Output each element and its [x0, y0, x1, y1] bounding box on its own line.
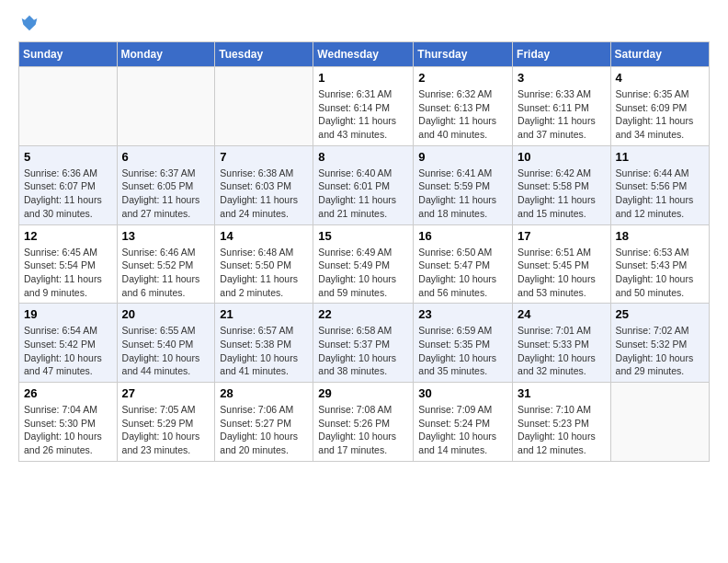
weekday-header: Sunday: [19, 42, 118, 67]
calendar-cell: 13Sunrise: 6:46 AM Sunset: 5:52 PM Dayli…: [117, 224, 215, 304]
day-number: 31: [518, 386, 606, 400]
day-info: Sunrise: 6:31 AM Sunset: 6:14 PM Dayligh…: [318, 87, 408, 142]
calendar-cell: 19Sunrise: 6:54 AM Sunset: 5:42 PM Dayli…: [19, 304, 118, 383]
calendar-cell: 28Sunrise: 7:06 AM Sunset: 5:27 PM Dayli…: [215, 383, 313, 462]
weekday-header: Tuesday: [215, 42, 313, 67]
day-number: 7: [220, 150, 308, 164]
day-info: Sunrise: 7:04 AM Sunset: 5:30 PM Dayligh…: [24, 403, 112, 457]
day-info: Sunrise: 7:08 AM Sunset: 5:26 PM Dayligh…: [318, 403, 408, 457]
day-info: Sunrise: 6:57 AM Sunset: 5:38 PM Dayligh…: [220, 324, 308, 378]
day-info: Sunrise: 6:40 AM Sunset: 6:01 PM Dayligh…: [318, 167, 408, 221]
calendar-cell: [610, 383, 709, 462]
day-number: 14: [220, 229, 308, 243]
day-number: 1: [318, 71, 408, 85]
day-info: Sunrise: 7:06 AM Sunset: 5:27 PM Dayligh…: [220, 403, 308, 457]
day-info: Sunrise: 6:36 AM Sunset: 6:07 PM Dayligh…: [24, 167, 112, 221]
calendar-cell: 9Sunrise: 6:41 AM Sunset: 5:59 PM Daylig…: [414, 145, 513, 224]
calendar-cell: 8Sunrise: 6:40 AM Sunset: 6:01 PM Daylig…: [313, 145, 414, 224]
weekday-header: Thursday: [414, 42, 513, 67]
calendar-week-row: 1Sunrise: 6:31 AM Sunset: 6:14 PM Daylig…: [19, 67, 710, 146]
calendar-cell: 24Sunrise: 7:01 AM Sunset: 5:33 PM Dayli…: [513, 304, 611, 383]
calendar-cell: 5Sunrise: 6:36 AM Sunset: 6:07 PM Daylig…: [19, 145, 118, 224]
day-number: 9: [418, 150, 507, 164]
day-info: Sunrise: 7:01 AM Sunset: 5:33 PM Dayligh…: [518, 324, 606, 378]
day-info: Sunrise: 6:41 AM Sunset: 5:59 PM Dayligh…: [418, 167, 507, 221]
calendar-cell: 12Sunrise: 6:45 AM Sunset: 5:54 PM Dayli…: [19, 224, 118, 304]
day-number: 11: [616, 150, 704, 164]
day-number: 12: [24, 229, 112, 243]
day-info: Sunrise: 6:45 AM Sunset: 5:54 PM Dayligh…: [24, 246, 112, 300]
day-number: 29: [318, 386, 408, 400]
calendar-cell: 4Sunrise: 6:35 AM Sunset: 6:09 PM Daylig…: [610, 67, 709, 146]
day-info: Sunrise: 7:09 AM Sunset: 5:24 PM Dayligh…: [418, 403, 507, 457]
calendar-cell: [215, 67, 313, 146]
logo-icon: [20, 14, 39, 32]
day-info: Sunrise: 6:54 AM Sunset: 5:42 PM Dayligh…: [24, 324, 112, 378]
day-info: Sunrise: 7:05 AM Sunset: 5:29 PM Dayligh…: [122, 403, 210, 457]
calendar-cell: 20Sunrise: 6:55 AM Sunset: 5:40 PM Dayli…: [117, 304, 215, 383]
day-info: Sunrise: 6:55 AM Sunset: 5:40 PM Dayligh…: [122, 324, 210, 378]
page-container: SundayMondayTuesdayWednesdayThursdayFrid…: [0, 0, 728, 476]
calendar-cell: 21Sunrise: 6:57 AM Sunset: 5:38 PM Dayli…: [215, 304, 313, 383]
day-info: Sunrise: 6:33 AM Sunset: 6:11 PM Dayligh…: [518, 87, 606, 142]
calendar-cell: 1Sunrise: 6:31 AM Sunset: 6:14 PM Daylig…: [313, 67, 414, 146]
day-info: Sunrise: 6:58 AM Sunset: 5:37 PM Dayligh…: [318, 324, 408, 378]
day-number: 25: [616, 307, 704, 321]
day-number: 19: [24, 307, 112, 321]
day-info: Sunrise: 6:46 AM Sunset: 5:52 PM Dayligh…: [122, 246, 210, 300]
calendar-cell: 29Sunrise: 7:08 AM Sunset: 5:26 PM Dayli…: [313, 383, 414, 462]
day-number: 15: [318, 229, 408, 243]
calendar-table: SundayMondayTuesdayWednesdayThursdayFrid…: [18, 41, 710, 462]
calendar-cell: 18Sunrise: 6:53 AM Sunset: 5:43 PM Dayli…: [610, 224, 709, 304]
day-number: 30: [418, 386, 507, 400]
calendar-cell: 16Sunrise: 6:50 AM Sunset: 5:47 PM Dayli…: [414, 224, 513, 304]
day-number: 27: [122, 386, 210, 400]
calendar-cell: [19, 67, 118, 146]
day-info: Sunrise: 6:59 AM Sunset: 5:35 PM Dayligh…: [418, 324, 507, 378]
weekday-header-row: SundayMondayTuesdayWednesdayThursdayFrid…: [19, 42, 710, 67]
calendar-cell: [117, 67, 215, 146]
day-info: Sunrise: 6:44 AM Sunset: 5:56 PM Dayligh…: [616, 167, 704, 221]
day-number: 24: [518, 307, 606, 321]
calendar-cell: 14Sunrise: 6:48 AM Sunset: 5:50 PM Dayli…: [215, 224, 313, 304]
day-info: Sunrise: 6:35 AM Sunset: 6:09 PM Dayligh…: [616, 87, 704, 142]
calendar-cell: 11Sunrise: 6:44 AM Sunset: 5:56 PM Dayli…: [610, 145, 709, 224]
day-number: 13: [122, 229, 210, 243]
day-number: 16: [418, 229, 507, 243]
calendar-cell: 6Sunrise: 6:37 AM Sunset: 6:05 PM Daylig…: [117, 145, 215, 224]
day-info: Sunrise: 6:48 AM Sunset: 5:50 PM Dayligh…: [220, 246, 308, 300]
day-info: Sunrise: 6:53 AM Sunset: 5:43 PM Dayligh…: [616, 246, 704, 300]
calendar-cell: 17Sunrise: 6:51 AM Sunset: 5:45 PM Dayli…: [513, 224, 611, 304]
day-number: 28: [220, 386, 308, 400]
day-info: Sunrise: 6:50 AM Sunset: 5:47 PM Dayligh…: [418, 246, 507, 300]
day-info: Sunrise: 6:42 AM Sunset: 5:58 PM Dayligh…: [518, 167, 606, 221]
day-number: 6: [122, 150, 210, 164]
day-info: Sunrise: 6:37 AM Sunset: 6:05 PM Dayligh…: [122, 167, 210, 221]
day-number: 18: [616, 229, 704, 243]
calendar-cell: 30Sunrise: 7:09 AM Sunset: 5:24 PM Dayli…: [414, 383, 513, 462]
calendar-cell: 2Sunrise: 6:32 AM Sunset: 6:13 PM Daylig…: [414, 67, 513, 146]
calendar-cell: 15Sunrise: 6:49 AM Sunset: 5:49 PM Dayli…: [313, 224, 414, 304]
calendar-week-row: 19Sunrise: 6:54 AM Sunset: 5:42 PM Dayli…: [19, 304, 710, 383]
weekday-header: Friday: [513, 42, 611, 67]
weekday-header: Wednesday: [313, 42, 414, 67]
day-number: 17: [518, 229, 606, 243]
calendar-cell: 31Sunrise: 7:10 AM Sunset: 5:23 PM Dayli…: [513, 383, 611, 462]
day-info: Sunrise: 6:32 AM Sunset: 6:13 PM Dayligh…: [418, 87, 507, 142]
day-info: Sunrise: 6:51 AM Sunset: 5:45 PM Dayligh…: [518, 246, 606, 300]
calendar-week-row: 5Sunrise: 6:36 AM Sunset: 6:07 PM Daylig…: [19, 145, 710, 224]
day-number: 21: [220, 307, 308, 321]
calendar-cell: 25Sunrise: 7:02 AM Sunset: 5:32 PM Dayli…: [610, 304, 709, 383]
day-number: 22: [318, 307, 408, 321]
day-info: Sunrise: 6:49 AM Sunset: 5:49 PM Dayligh…: [318, 246, 408, 300]
day-number: 3: [518, 71, 606, 85]
calendar-cell: 23Sunrise: 6:59 AM Sunset: 5:35 PM Dayli…: [414, 304, 513, 383]
calendar-cell: 10Sunrise: 6:42 AM Sunset: 5:58 PM Dayli…: [513, 145, 611, 224]
calendar-cell: 27Sunrise: 7:05 AM Sunset: 5:29 PM Dayli…: [117, 383, 215, 462]
day-info: Sunrise: 6:38 AM Sunset: 6:03 PM Dayligh…: [220, 167, 308, 221]
day-number: 4: [616, 71, 704, 85]
day-number: 8: [318, 150, 408, 164]
header: [18, 14, 710, 32]
calendar-week-row: 12Sunrise: 6:45 AM Sunset: 5:54 PM Dayli…: [19, 224, 710, 304]
calendar-cell: 3Sunrise: 6:33 AM Sunset: 6:11 PM Daylig…: [513, 67, 611, 146]
